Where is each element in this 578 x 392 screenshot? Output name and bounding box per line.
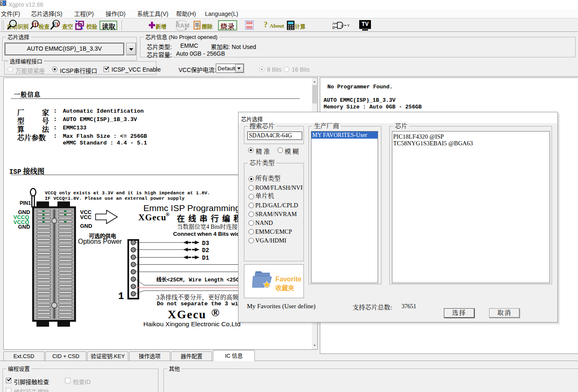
svg-text:1: 1 [118,291,124,302]
svg-text:XGecu: XGecu [168,308,206,321]
svg-text:当数据位宽4 Bits时连接: 当数据位宽4 Bits时连接 [177,223,238,230]
svg-text:D1: D1 [202,255,209,261]
svg-text:GND: GND [18,224,30,230]
svg-text:3条排线不要分开，更好的高频性能: 3条排线不要分开，更好的高频性能 [156,294,251,301]
svg-text:VCCQ only exists at 3.3V and i: VCCQ only exists at 3.3V and it is high … [45,191,210,196]
svg-text:GND: GND [80,223,92,229]
svg-text:B: B [332,26,335,30]
svg-text:XGecu: XGecu [138,212,166,222]
svg-text:Y: Y [347,23,350,28]
svg-text:在线串行编程: 在线串行编程 [177,214,245,223]
svg-text:Options Power: Options Power [78,238,122,245]
svg-text:PIN1: PIN1 [20,200,31,206]
svg-text:Do not separate the 3 wires: Do not separate the 3 wires [157,301,249,307]
svg-text:IF VCCQ=1.8V. Please use an ex: IF VCCQ=1.8V. Please use an external pow… [45,196,184,201]
svg-text:D3: D3 [202,240,209,247]
svg-text:D2: D2 [202,247,209,254]
svg-text:VCC: VCC [80,214,92,220]
svg-text:®: ® [211,307,219,319]
svg-text:Connect when 4 Bits width: Connect when 4 Bits width [173,231,245,237]
svg-text:A: A [332,21,335,26]
svg-text:Haikou Xingong Electronic Co,L: Haikou Xingong Electronic Co,Ltd [143,320,241,328]
svg-text:线长<25CM, Wire Length <25CM: 线长<25CM, Wire Length <25CM [156,276,242,283]
svg-text:®: ® [166,211,170,217]
svg-text:&: & [341,24,343,28]
